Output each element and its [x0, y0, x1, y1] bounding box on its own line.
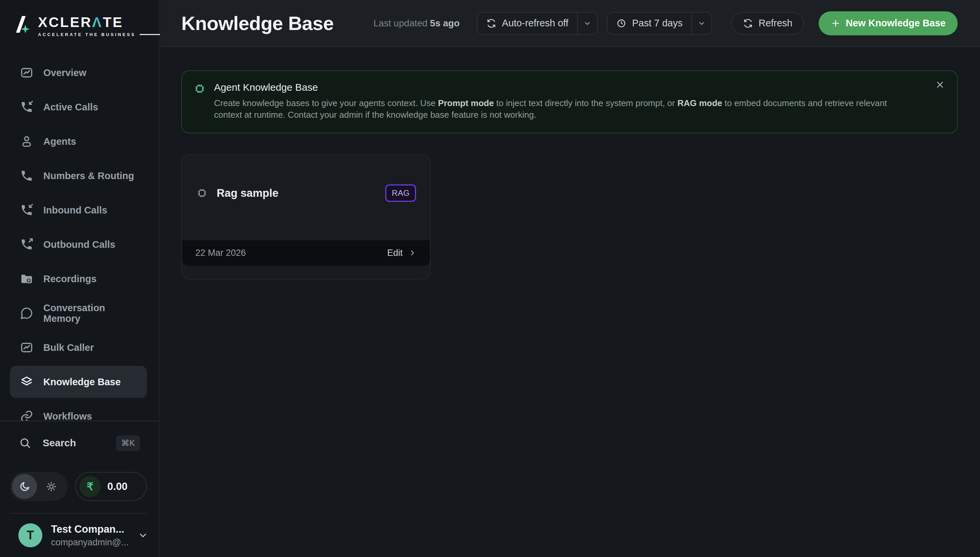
date-range-button[interactable]: Past 7 days: [607, 12, 712, 35]
chevron-right-icon: [408, 249, 417, 257]
theme-dark-option[interactable]: [12, 474, 37, 499]
sidebar-item-label: Agents: [43, 136, 76, 147]
sidebar-item-label: Outbound Calls: [43, 239, 115, 250]
phone-incoming-icon: [20, 100, 33, 114]
brand-logo-mark-icon: [15, 15, 34, 35]
avatar: T: [18, 523, 42, 547]
wallet-balance[interactable]: ₹ 0.00: [75, 472, 147, 501]
knowledge-base-card[interactable]: Rag sample RAG 22 Mar 2026 Edit: [181, 155, 431, 280]
wallet-amount: 0.00: [107, 480, 127, 493]
date-range-main[interactable]: Past 7 days: [608, 13, 691, 34]
sidebar-item-label: Recordings: [43, 274, 97, 284]
sidebar: XCLERΛTE ACCELERATE THE BUSINESS « Overv…: [0, 0, 159, 557]
card-edit-button[interactable]: Edit: [387, 248, 417, 258]
sidebar-item-recordings[interactable]: Recordings: [0, 263, 159, 295]
sidebar-item-label: Active Calls: [43, 102, 98, 112]
rupee-icon: ₹: [80, 476, 101, 497]
brand-name: XCLERΛTE: [38, 15, 164, 29]
account-name: Test Compan...: [51, 523, 129, 535]
banner-close-button[interactable]: [935, 80, 945, 90]
link-icon: [20, 410, 33, 421]
sidebar-item-agents[interactable]: Agents: [0, 125, 159, 158]
sidebar-item-active-calls[interactable]: Active Calls: [0, 91, 159, 123]
clock-icon: [617, 18, 626, 28]
chip-icon: [193, 82, 206, 95]
chart-frame-icon: [20, 341, 33, 354]
sidebar-item-label: Workflows: [43, 411, 92, 421]
sidebar-logo-row: XCLERΛTE ACCELERATE THE BUSINESS «: [0, 0, 159, 37]
search-icon: [19, 436, 31, 449]
sidebar-item-label: Knowledge Base: [43, 376, 121, 387]
banner-body: Create knowledge bases to give your agen…: [214, 98, 913, 121]
new-knowledge-base-label: New Knowledge Base: [846, 18, 946, 29]
sidebar-item-numbers-routing[interactable]: Numbers & Routing: [0, 160, 159, 192]
sidebar-item-label: Inbound Calls: [43, 205, 107, 215]
new-knowledge-base-button[interactable]: New Knowledge Base: [819, 11, 958, 35]
sidebar-item-inbound-calls[interactable]: Inbound Calls: [0, 194, 159, 226]
chevron-down-icon: [697, 19, 706, 28]
card-footer: 22 Mar 2026 Edit: [182, 240, 430, 266]
sidebar-nav-divider: [0, 420, 159, 421]
refresh-icon: [743, 18, 753, 28]
phone-icon: [20, 169, 33, 182]
card-header: Rag sample RAG: [182, 155, 430, 202]
sidebar-item-knowledge-base[interactable]: Knowledge Base: [10, 366, 147, 398]
plus-icon: [831, 18, 840, 28]
card-date: 22 Mar 2026: [195, 248, 246, 258]
refresh-cycle-icon: [486, 18, 496, 28]
date-range-label: Past 7 days: [632, 18, 683, 29]
search-shortcut-badge: ⌘K: [116, 435, 140, 451]
sidebar-item-workflows[interactable]: Workflows: [0, 400, 159, 421]
auto-refresh-button[interactable]: Auto-refresh off: [477, 12, 598, 35]
sidebar-item-overview[interactable]: Overview: [0, 57, 159, 89]
close-icon: [935, 80, 945, 90]
card-title: Rag sample: [217, 187, 278, 199]
auto-refresh-main[interactable]: Auto-refresh off: [478, 13, 577, 34]
date-range-dropdown[interactable]: [691, 13, 711, 34]
chevron-down-icon: [137, 530, 149, 541]
page-header: Knowledge Base Last updated 5s ago Auto-…: [160, 0, 980, 47]
phone-incoming-icon: [20, 204, 33, 217]
moon-icon: [19, 481, 30, 492]
brand-logo-text: XCLERΛTE ACCELERATE THE BUSINESS: [38, 15, 164, 37]
folder-up-icon: [20, 272, 33, 285]
sidebar-item-conversation-memory[interactable]: Conversation Memory: [0, 297, 159, 329]
last-updated-value: 5s ago: [430, 18, 460, 28]
page-title: Knowledge Base: [181, 12, 334, 34]
sidebar-item-label: Overview: [43, 67, 86, 78]
main-area: Knowledge Base Last updated 5s ago Auto-…: [160, 0, 980, 557]
brand-tagline: ACCELERATE THE BUSINESS: [38, 32, 136, 37]
auto-refresh-label: Auto-refresh off: [502, 18, 568, 29]
layers-icon: [20, 375, 33, 389]
refresh-label: Refresh: [759, 18, 793, 29]
theme-light-option[interactable]: [37, 481, 66, 492]
account-menu[interactable]: T Test Compan... companyadmin@...: [0, 517, 159, 554]
page-content: Agent Knowledge Base Create knowledge ba…: [160, 47, 980, 280]
chevron-down-icon: [583, 19, 592, 28]
sidebar-search[interactable]: Search ⌘K: [0, 428, 159, 458]
sidebar-nav: OverviewActive CallsAgentsNumbers & Rout…: [0, 57, 159, 421]
account-chevron[interactable]: [137, 530, 149, 541]
phone-outgoing-icon: [20, 238, 33, 251]
user-icon: [20, 135, 33, 148]
refresh-button[interactable]: Refresh: [731, 12, 804, 35]
chip-icon: [196, 187, 208, 199]
chart-frame-icon: [20, 66, 33, 80]
auto-refresh-dropdown[interactable]: [577, 13, 597, 34]
brand-logo: XCLERΛTE ACCELERATE THE BUSINESS: [15, 15, 164, 37]
search-label: Search: [43, 437, 76, 449]
edit-label: Edit: [387, 248, 403, 258]
rag-badge: RAG: [385, 184, 416, 202]
account-texts: Test Compan... companyadmin@...: [51, 523, 129, 548]
sidebar-item-label: Conversation Memory: [43, 303, 138, 324]
sidebar-item-label: Numbers & Routing: [43, 171, 134, 181]
account-email: companyadmin@...: [51, 537, 129, 548]
sidebar-item-bulk-caller[interactable]: Bulk Caller: [0, 332, 159, 363]
sun-icon: [45, 481, 57, 492]
theme-toggle[interactable]: [10, 472, 68, 501]
sidebar-item-outbound-calls[interactable]: Outbound Calls: [0, 228, 159, 261]
sidebar-bottom-divider: [10, 513, 147, 514]
message-icon: [20, 306, 33, 320]
banner-texts: Agent Knowledge Base Create knowledge ba…: [214, 82, 913, 121]
info-banner: Agent Knowledge Base Create knowledge ba…: [181, 70, 958, 134]
